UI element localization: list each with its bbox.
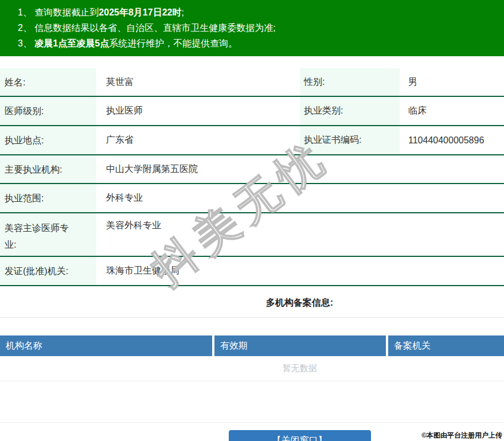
gender-value: 男 — [400, 68, 504, 96]
name-value: 莫世富 — [96, 68, 300, 96]
empty-data-text: 暂无数据 — [283, 363, 317, 374]
table-row: 姓名: 莫世富 性别: 男 — [0, 68, 504, 97]
table-row: 执业范围: 外科专业 — [0, 184, 504, 213]
main-institution-value: 中山大学附属第五医院 — [96, 155, 504, 183]
notice-line-3-text: 3、 — [18, 38, 34, 48]
table-row: 主要执业机构: 中山大学附属第五医院 — [0, 155, 504, 184]
upload-credit-text: ©本图由平台注册用户上传 — [421, 431, 502, 440]
bottom-divider — [0, 422, 504, 423]
notice-line-1-text: 1、 查询数据截止到 — [18, 7, 99, 17]
practitioner-info-table: 姓名: 莫世富 性别: 男 医师级别: 执业医师 执业类别: 临床 执业地点: … — [0, 68, 504, 286]
notice-line-1: 1、 查询数据截止到2025年8月17日22时; — [18, 5, 498, 20]
physician-level-value: 执业医师 — [96, 97, 300, 125]
notice-line-1-end: ; — [181, 7, 183, 17]
notice-line-2-text: 2、 信息数据结果以各省、自治区、直辖市卫生健康委数据为准; — [18, 23, 276, 33]
physician-query-result-page: 1、 查询数据截止到2025年8月17日22时; 2、 信息数据结果以各省、自治… — [0, 0, 504, 441]
practice-category-label: 执业类别: — [300, 97, 400, 125]
notice-line-1-deadline: 2025年8月17日22时 — [99, 7, 181, 17]
notice-line-3-end: 系统进行维护，不能提供查询。 — [109, 38, 237, 48]
table-row: 发证(批准)机关: 珠海市卫生健康局 — [0, 257, 504, 286]
multi-org-section-title: 多机构备案信息: — [48, 297, 504, 310]
notice-line-2: 2、 信息数据结果以各省、自治区、直辖市卫生健康委数据为准; — [18, 20, 498, 36]
org-name-column-header: 机构名称 — [0, 335, 212, 356]
practice-location-label: 执业地点: — [0, 126, 96, 154]
empty-data-row: 暂无数据 — [0, 356, 504, 381]
issuing-authority-value: 珠海市卫生健康局 — [96, 257, 504, 285]
main-institution-label: 主要执业机构: — [0, 155, 96, 183]
practice-category-value: 临床 — [400, 97, 504, 125]
table-row: 执业地点: 广东省 执业证书编码: 110440400005896 — [0, 126, 504, 155]
name-label: 姓名: — [0, 68, 96, 96]
practice-scope-label: 执业范围: — [0, 184, 96, 212]
practice-scope-value: 外科专业 — [96, 184, 504, 212]
close-window-button[interactable]: 【关闭窗口】 — [229, 430, 371, 441]
notice-line-3: 3、 凌晨1点至凌晨5点系统进行维护，不能提供查询。 — [18, 36, 498, 51]
practice-location-value: 广东省 — [96, 126, 300, 154]
physician-level-label: 医师级别: — [0, 97, 96, 125]
certificate-number-label: 执业证书编码: — [300, 126, 400, 154]
validity-period-column-header: 有效期 — [214, 335, 386, 356]
table-row: 美容主诊医师专业: 美容外科专业 — [0, 213, 504, 257]
issuing-authority-label: 发证(批准)机关: — [0, 257, 96, 285]
filing-authority-column-header: 备案机关 — [388, 335, 504, 356]
notice-banner: 1、 查询数据截止到2025年8月17日22时; 2、 信息数据结果以各省、自治… — [0, 0, 504, 56]
multi-org-table-header: 机构名称 有效期 备案机关 — [0, 335, 504, 356]
section-divider — [0, 317, 504, 318]
certificate-number-value: 110440400005896 — [400, 126, 504, 154]
table-row: 医师级别: 执业医师 执业类别: 临床 — [0, 97, 504, 126]
notice-line-3-maintenance-window: 凌晨1点至凌晨5点 — [34, 38, 109, 48]
gender-label: 性别: — [300, 68, 400, 96]
cosmetic-chief-specialty-value: 美容外科专业 — [96, 213, 504, 256]
cosmetic-chief-specialty-label: 美容主诊医师专业: — [0, 213, 96, 256]
